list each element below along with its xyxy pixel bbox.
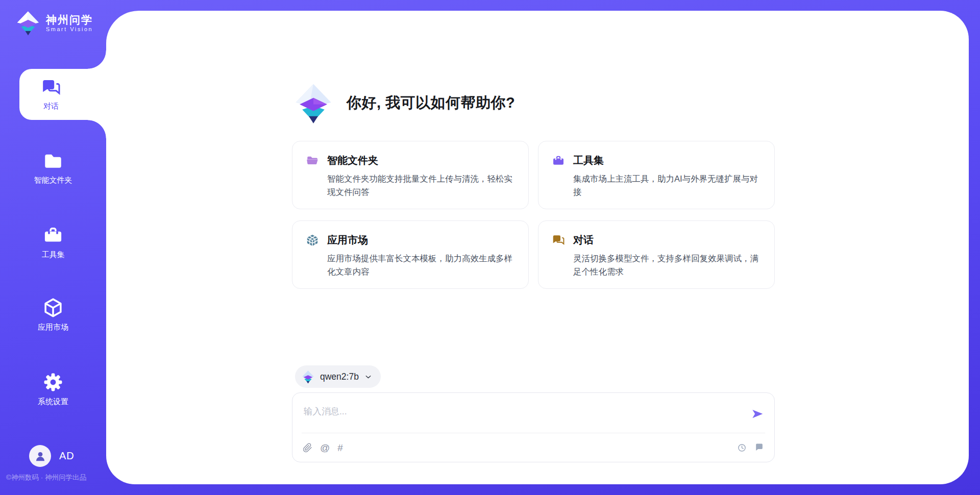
paperclip-icon — [303, 443, 312, 453]
attach-button[interactable] — [303, 443, 312, 453]
card-smart-folder[interactable]: 智能文件夹 智能文件夹功能支持批量文件上传与清洗，轻松实现文件问答 — [292, 141, 529, 209]
avatar — [29, 445, 51, 467]
message-input[interactable] — [304, 401, 738, 422]
toolbox-icon — [42, 225, 64, 246]
topic-button[interactable]: # — [337, 443, 343, 453]
cube-icon — [42, 297, 64, 318]
cube-grid-icon — [306, 234, 319, 247]
sidebar-item-toolset[interactable]: 工具集 — [0, 225, 106, 260]
card-title: 工具集 — [573, 154, 604, 167]
card-description: 应用市场提供丰富长文本模板，助力高效生成多样化文章内容 — [327, 252, 516, 278]
brand-diamond-icon — [15, 10, 41, 36]
copyright-text: ©神州数码 · 神州问学出品 — [6, 473, 106, 482]
brand-diamond-icon — [292, 82, 334, 124]
brand-name: 神州问学 — [46, 14, 93, 26]
card-description: 集成市场上主流工具，助力AI与外界无缝扩展与对接 — [573, 172, 762, 199]
sidebar: 神州问学 Smart Vision 对话 智能文件夹 工具集 — [0, 0, 106, 495]
mention-button[interactable]: @ — [320, 443, 330, 453]
brand: 神州问学 Smart Vision — [15, 10, 93, 36]
toolbox-icon — [552, 154, 565, 167]
user-initials: AD — [59, 450, 75, 462]
sidebar-item-label: 系统设置 — [38, 397, 68, 407]
model-selector[interactable]: qwen2:7b — [295, 365, 381, 388]
card-app-market[interactable]: 应用市场 应用市场提供丰富长文本模板，助力高效生成多样化文章内容 — [292, 220, 529, 289]
chat-input-card: @ # — [292, 392, 775, 462]
user-account[interactable]: AD — [29, 445, 75, 467]
history-clock-icon — [737, 443, 747, 453]
card-chat[interactable]: 对话 灵活切换多模型文件，支持多样回复效果调试，满足个性化需求 — [538, 220, 775, 289]
message-bubble-icon — [754, 443, 764, 453]
person-icon — [34, 450, 47, 463]
feature-cards: 智能文件夹 智能文件夹功能支持批量文件上传与清洗，轻松实现文件问答 工具集 集成… — [292, 141, 775, 289]
model-name: qwen2:7b — [320, 372, 359, 382]
sidebar-item-label: 工具集 — [42, 250, 65, 260]
chat-icon — [41, 78, 61, 98]
history-button[interactable] — [737, 443, 747, 453]
sidebar-item-label: 智能文件夹 — [34, 176, 72, 185]
sidebar-item-smart-folder[interactable]: 智能文件夹 — [0, 150, 106, 185]
card-description: 智能文件夹功能支持批量文件上传与清洗，轻松实现文件问答 — [327, 172, 516, 199]
card-title: 应用市场 — [327, 233, 368, 247]
sidebar-item-label: 应用市场 — [38, 323, 68, 332]
card-title: 智能文件夹 — [327, 154, 378, 167]
brand-subtitle: Smart Vision — [46, 26, 93, 33]
at-icon: @ — [320, 443, 330, 453]
greeting-title: 你好, 我可以如何帮助你? — [347, 93, 515, 113]
sidebar-item-settings[interactable]: 系统设置 — [0, 372, 106, 407]
folder-icon — [42, 150, 64, 171]
send-icon — [751, 407, 764, 420]
input-toolbar: @ # — [292, 433, 774, 462]
brand-diamond-icon — [301, 370, 315, 384]
greeting-row: 你好, 我可以如何帮助你? — [292, 82, 515, 124]
sidebar-item-app-market[interactable]: 应用市场 — [0, 297, 106, 332]
send-button[interactable] — [751, 407, 764, 420]
main-content-panel: 你好, 我可以如何帮助你? 智能文件夹 智能文件夹功能支持批量文件上传与清洗，轻… — [106, 11, 969, 484]
hash-icon: # — [337, 443, 343, 453]
card-title: 对话 — [573, 233, 594, 247]
card-toolset[interactable]: 工具集 集成市场上主流工具，助力AI与外界无缝扩展与对接 — [538, 141, 775, 209]
chat-icon — [552, 234, 565, 247]
sidebar-item-label: 对话 — [43, 102, 59, 111]
conversation-button[interactable] — [754, 443, 764, 453]
folder-open-icon — [306, 154, 319, 167]
sidebar-item-chat[interactable]: 对话 — [19, 69, 106, 120]
card-description: 灵活切换多模型文件，支持多样回复效果调试，满足个性化需求 — [573, 252, 762, 278]
gear-icon — [42, 372, 64, 393]
chevron-down-icon — [364, 373, 373, 381]
